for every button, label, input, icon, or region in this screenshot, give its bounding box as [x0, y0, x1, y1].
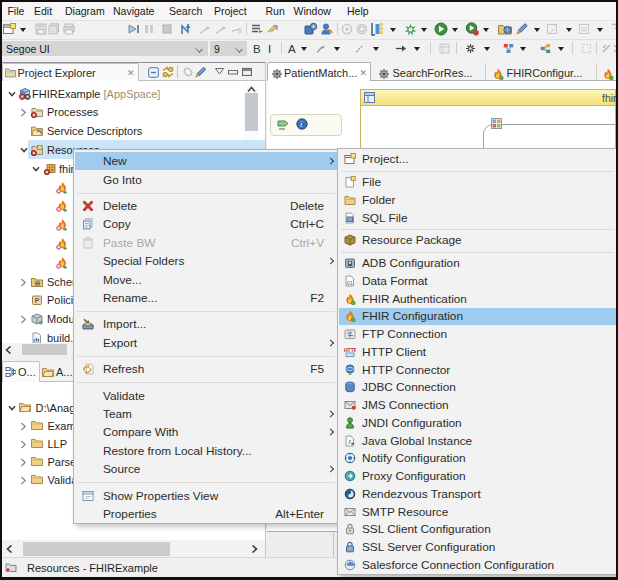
svg-text:P: P: [35, 297, 40, 304]
svg-text:HTTP: HTTP: [344, 346, 356, 352]
svg-text:01: 01: [346, 279, 352, 285]
svg-text:J: J: [348, 438, 351, 446]
svg-text:i: i: [300, 120, 302, 129]
